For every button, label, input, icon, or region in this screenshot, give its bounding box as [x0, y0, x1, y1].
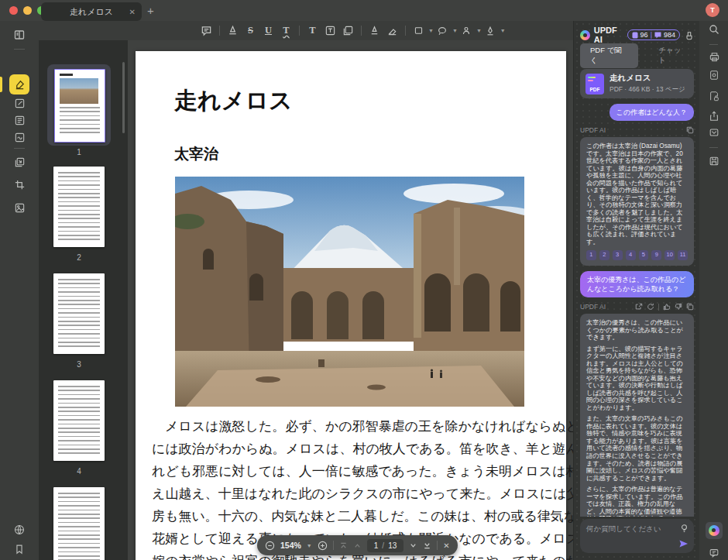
thumbnail-page-number: 1	[47, 148, 111, 156]
signature-tool-icon[interactable]	[483, 23, 498, 38]
zoom-out-button[interactable]	[265, 541, 275, 551]
page-chip[interactable]: 2	[599, 250, 610, 260]
ai-answer-card: この作者は太宰治 (Dazai Osamu) です。太宰治は日本の作家で、20世…	[580, 137, 694, 266]
thumbnail-scrollbar[interactable]	[122, 62, 125, 133]
new-tab-button[interactable]: +	[147, 4, 154, 18]
language-globe-icon[interactable]	[9, 520, 29, 540]
user-message-bubble: この作者はどんな人？	[610, 104, 694, 121]
page-thumbnail[interactable]	[53, 273, 105, 354]
thumbnail-page-number: 4	[53, 467, 105, 476]
last-page-button[interactable]	[423, 541, 431, 550]
copy-icon[interactable]	[686, 303, 694, 311]
stamp-tool-icon[interactable]	[459, 23, 474, 38]
tab-title: 走れメロス	[70, 6, 113, 18]
document-settings-icon[interactable]	[706, 67, 723, 84]
eraser-icon[interactable]	[385, 23, 400, 38]
page-thumbnail[interactable]	[53, 487, 105, 560]
active-tool-indicator	[0, 77, 2, 92]
updf-ai-sidebar-icon[interactable]	[706, 522, 723, 539]
squiggly-underline-icon[interactable]: T	[279, 23, 294, 38]
ai-question-input[interactable]	[580, 519, 694, 553]
zoom-dropdown-caret[interactable]: ▼	[307, 543, 312, 548]
titlebar: 走れメロス ✕ + T	[0, 0, 728, 22]
crop-pages-icon[interactable]	[9, 174, 29, 194]
thumbnail-page-number: 3	[53, 360, 105, 369]
reader-mode-icon[interactable]	[9, 25, 29, 45]
share-icon[interactable]	[706, 108, 723, 125]
copy-icon[interactable]	[686, 126, 694, 134]
page-navigation-toolbar: 154% ▼ 1 / 13 ✕	[257, 535, 458, 555]
first-page-button[interactable]	[339, 541, 348, 550]
lasso-dropdown-caret[interactable]: ▼	[452, 28, 458, 33]
next-page-button[interactable]	[409, 541, 417, 550]
page-chip[interactable]: 3	[613, 250, 623, 260]
pdf-page: 走れメロス 太宰治	[136, 51, 566, 560]
ai-input-box[interactable]	[580, 519, 694, 553]
sign-document-icon[interactable]	[9, 127, 29, 147]
page-chip[interactable]: 4	[626, 250, 636, 260]
ai-answer-header: UPDF AI	[580, 303, 694, 311]
tab-close-icon[interactable]: ✕	[129, 8, 136, 16]
shapes-dropdown-caret[interactable]: ▼	[428, 28, 434, 33]
page-thumbnail[interactable]	[53, 380, 105, 461]
credits-badge[interactable]: 96 | 984	[627, 29, 680, 40]
protect-pdf-icon[interactable]	[706, 88, 723, 105]
highlight-icon[interactable]	[225, 23, 240, 38]
prompt-ideas-icon[interactable]	[680, 524, 689, 533]
tab-chat[interactable]: チャット	[652, 43, 694, 68]
thumbs-up-icon[interactable]	[663, 303, 671, 311]
organize-pages-icon[interactable]	[9, 152, 29, 172]
document-title: 走れメロス	[174, 85, 293, 117]
previous-page-button[interactable]	[353, 541, 362, 550]
close-window-button[interactable]	[9, 6, 18, 15]
page-thumbnail[interactable]	[53, 167, 105, 247]
current-page[interactable]: 1	[374, 541, 379, 550]
page-chip[interactable]: 11	[678, 250, 688, 260]
thumbs-down-icon[interactable]	[675, 303, 682, 311]
zoom-level[interactable]: 154%	[280, 541, 301, 550]
inbox-icon[interactable]	[706, 124, 723, 141]
regenerate-icon[interactable]	[647, 303, 654, 311]
send-icon[interactable]	[678, 539, 689, 548]
file-meta: PDF · 466 KB · 13 ページ	[610, 85, 685, 94]
page-chip[interactable]: 10	[664, 250, 675, 260]
bookmark-icon[interactable]	[9, 539, 29, 559]
page-number-box[interactable]: 1 / 13	[367, 539, 403, 552]
lasso-tool-icon[interactable]	[435, 23, 450, 38]
minimize-window-button[interactable]	[23, 6, 32, 15]
page-reference-chips: 1 2 3 4 5 9 10 11	[586, 250, 688, 260]
page-chip[interactable]: 9	[651, 250, 661, 260]
underline-icon[interactable]: U	[261, 23, 276, 38]
save-icon[interactable]	[706, 153, 723, 170]
shapes-tool-icon[interactable]	[411, 23, 426, 38]
thumbnail-panel: 1 2 3 4	[39, 40, 129, 560]
search-icon[interactable]	[706, 21, 723, 38]
ocr-icon[interactable]	[706, 48, 723, 65]
add-text-icon[interactable]: T	[305, 23, 320, 38]
text-box-icon[interactable]	[323, 23, 338, 38]
annotate-tool-icon[interactable]	[9, 74, 29, 94]
document-viewport[interactable]: 走れメロス 太宰治	[128, 40, 573, 560]
tab-ask-pdf[interactable]: PDF で聞く	[580, 43, 638, 68]
page-chip[interactable]: 1	[586, 250, 596, 260]
close-toolbar-button[interactable]: ✕	[443, 541, 449, 550]
sticky-note-icon[interactable]	[341, 23, 355, 38]
page-chip[interactable]: 5	[639, 250, 649, 260]
chat-sidebar-icon[interactable]	[706, 545, 723, 560]
file-card[interactable]: PDF 走れメロス PDF · 466 KB · 13 ページ	[580, 69, 694, 98]
pencil-icon[interactable]	[367, 23, 382, 38]
document-tab[interactable]: 走れメロス ✕	[41, 2, 142, 21]
clear-chat-icon[interactable]	[685, 30, 694, 40]
stamp-dropdown-caret[interactable]: ▼	[476, 28, 482, 33]
user-avatar[interactable]: T	[706, 3, 719, 17]
zoom-in-button[interactable]	[318, 541, 328, 551]
strikethrough-icon[interactable]: S	[243, 23, 258, 38]
comment-icon[interactable]	[199, 23, 214, 38]
left-tool-rail	[0, 21, 39, 560]
page-thumbnail[interactable]	[54, 69, 105, 143]
export-answer-icon[interactable]	[635, 303, 643, 311]
signature-dropdown-caret[interactable]: ▼	[500, 28, 506, 33]
total-pages: 13	[388, 541, 397, 550]
ai-mode-tabs: PDF で聞く チャット	[580, 48, 694, 64]
export-image-icon[interactable]	[9, 198, 29, 218]
